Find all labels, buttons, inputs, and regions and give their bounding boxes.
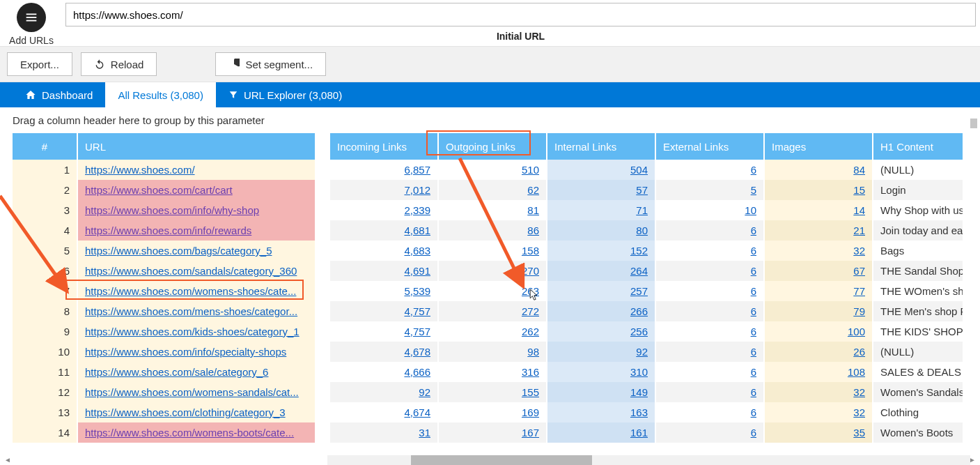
internal-link[interactable]: 152	[630, 245, 648, 257]
external-link[interactable]: 6	[751, 265, 756, 277]
incoming-link[interactable]: 4,757	[404, 305, 430, 317]
images-link[interactable]: 35	[853, 427, 865, 439]
internal-link[interactable]: 161	[630, 427, 648, 439]
external-link[interactable]: 6	[751, 224, 756, 236]
images-link[interactable]: 32	[853, 406, 865, 418]
images-link[interactable]: 32	[853, 245, 865, 257]
external-link[interactable]: 10	[745, 204, 756, 216]
col-outgoing[interactable]: Outgoing Links	[439, 133, 547, 160]
external-link[interactable]: 6	[751, 386, 756, 398]
incoming-link[interactable]: 2,339	[404, 204, 430, 216]
images-link[interactable]: 14	[853, 204, 865, 216]
col-h1[interactable]: H1 Content	[873, 133, 964, 160]
outgoing-link[interactable]: 81	[527, 204, 539, 216]
url-link[interactable]: https://www.shoes.com/bags/category_5	[85, 245, 272, 257]
images-link[interactable]: 32	[853, 386, 865, 398]
col-images[interactable]: Images	[765, 133, 873, 160]
url-link[interactable]: https://www.shoes.com/info/specialty-sho…	[85, 346, 286, 358]
internal-link[interactable]: 163	[630, 406, 648, 418]
url-link[interactable]: https://www.shoes.com/sale/category_6	[85, 366, 268, 378]
external-link[interactable]: 6	[751, 305, 756, 317]
scroll-left-icon[interactable]: ◄	[4, 456, 11, 464]
internal-link[interactable]: 264	[630, 265, 648, 277]
external-link[interactable]: 6	[751, 406, 756, 418]
internal-link[interactable]: 57	[636, 184, 648, 196]
images-link[interactable]: 77	[853, 285, 865, 297]
internal-link[interactable]: 149	[630, 386, 648, 398]
incoming-link[interactable]: 92	[419, 386, 430, 398]
col-internal[interactable]: Internal Links	[547, 133, 656, 160]
initial-url-input[interactable]	[65, 3, 976, 26]
url-link[interactable]: https://www.shoes.com/cart/cart	[85, 184, 233, 196]
images-link[interactable]: 79	[853, 305, 865, 317]
images-link[interactable]: 84	[853, 164, 865, 176]
external-link[interactable]: 5	[751, 184, 756, 196]
incoming-link[interactable]: 4,666	[404, 366, 430, 378]
incoming-link[interactable]: 7,012	[404, 184, 430, 196]
col-incoming[interactable]: Incoming Links	[330, 133, 439, 160]
external-link[interactable]: 6	[751, 427, 756, 439]
outgoing-link[interactable]: 272	[522, 305, 539, 317]
images-link[interactable]: 100	[848, 326, 865, 337]
col-index[interactable]: #	[13, 133, 78, 160]
outgoing-link[interactable]: 316	[522, 366, 539, 378]
url-link[interactable]: https://www.shoes.com/info/rewards	[85, 224, 251, 236]
internal-link[interactable]: 92	[636, 346, 648, 358]
external-link[interactable]: 6	[751, 326, 756, 337]
internal-link[interactable]: 257	[630, 285, 648, 297]
internal-link[interactable]: 266	[630, 305, 648, 317]
outgoing-link[interactable]: 270	[522, 265, 539, 277]
internal-link[interactable]: 256	[630, 326, 648, 337]
tab-url-explorer[interactable]: URL Explorer (3,080)	[216, 82, 355, 107]
incoming-link[interactable]: 5,539	[404, 285, 430, 297]
url-link[interactable]: https://www.shoes.com/womens-sandals/cat…	[85, 386, 299, 398]
incoming-link[interactable]: 4,678	[404, 346, 430, 358]
outgoing-link[interactable]: 262	[522, 326, 539, 337]
incoming-link[interactable]: 4,674	[404, 406, 430, 418]
url-link[interactable]: https://www.shoes.com/info/why-shop	[85, 204, 259, 216]
external-link[interactable]: 6	[751, 164, 756, 176]
images-link[interactable]: 26	[853, 346, 865, 358]
images-link[interactable]: 67	[853, 265, 865, 277]
incoming-link[interactable]: 4,683	[404, 245, 430, 257]
incoming-link[interactable]: 31	[419, 427, 430, 439]
incoming-link[interactable]: 4,757	[404, 326, 430, 337]
set-segment-button[interactable]: Set segment...	[215, 52, 326, 76]
internal-link[interactable]: 80	[636, 224, 648, 236]
incoming-link[interactable]: 6,857	[404, 164, 430, 176]
outgoing-link[interactable]: 98	[527, 346, 539, 358]
col-url[interactable]: URL	[78, 133, 316, 160]
tab-dashboard[interactable]: Dashboard	[13, 82, 105, 107]
outgoing-link[interactable]: 263	[522, 285, 539, 297]
url-link[interactable]: https://www.shoes.com/	[85, 164, 195, 176]
horizontal-scrollbar-thumb[interactable]	[411, 455, 592, 465]
url-link[interactable]: https://www.shoes.com/clothing/category_…	[85, 406, 286, 418]
url-link[interactable]: https://www.shoes.com/sandals/category_3…	[85, 265, 297, 277]
images-link[interactable]: 21	[853, 224, 865, 236]
outgoing-link[interactable]: 167	[522, 427, 539, 439]
incoming-link[interactable]: 4,681	[404, 224, 430, 236]
export-button[interactable]: Export...	[7, 52, 72, 76]
vertical-scrollbar[interactable]	[970, 119, 977, 128]
incoming-link[interactable]: 4,691	[404, 265, 430, 277]
outgoing-link[interactable]: 155	[522, 386, 539, 398]
group-by-hint[interactable]: Drag a column header here to group by th…	[0, 107, 980, 133]
add-urls-button[interactable]	[17, 3, 46, 32]
images-link[interactable]: 108	[848, 366, 865, 378]
url-link[interactable]: https://www.shoes.com/kids-shoes/categor…	[85, 326, 300, 337]
external-link[interactable]: 6	[751, 366, 756, 378]
outgoing-link[interactable]: 158	[522, 245, 539, 257]
tab-all-results[interactable]: All Results (3,080)	[105, 82, 216, 107]
outgoing-link[interactable]: 62	[527, 184, 539, 196]
outgoing-link[interactable]: 510	[522, 164, 539, 176]
internal-link[interactable]: 310	[630, 366, 648, 378]
col-external[interactable]: External Links	[656, 133, 765, 160]
reload-button[interactable]: Reload	[81, 52, 157, 76]
external-link[interactable]: 6	[751, 346, 756, 358]
outgoing-link[interactable]: 169	[522, 406, 539, 418]
internal-link[interactable]: 71	[636, 204, 648, 216]
external-link[interactable]: 6	[751, 285, 756, 297]
outgoing-link[interactable]: 86	[527, 224, 539, 236]
url-link[interactable]: https://www.shoes.com/mens-shoes/categor…	[85, 305, 297, 317]
horizontal-scrollbar-track[interactable]	[327, 455, 970, 465]
